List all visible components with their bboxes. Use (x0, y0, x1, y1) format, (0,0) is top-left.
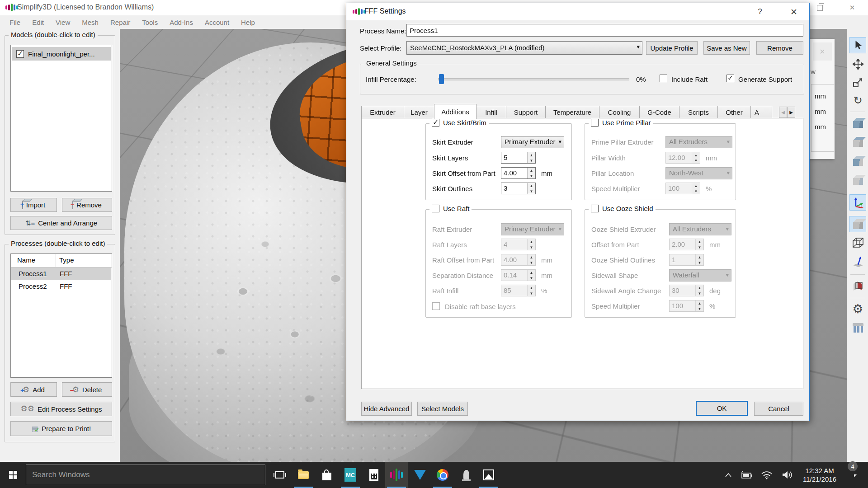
cancel-button[interactable]: Cancel (754, 402, 803, 416)
tab-gcode[interactable]: G-Code (639, 106, 679, 118)
menu-mesh[interactable]: Mesh (76, 19, 104, 26)
generate-support-checkbox[interactable] (726, 75, 734, 82)
tab-scroll-left-icon[interactable]: ◀ (779, 107, 787, 118)
taskbar-search[interactable]: Search Windows (26, 465, 265, 485)
calculator-icon (369, 469, 378, 481)
menu-account[interactable]: Account (199, 19, 235, 26)
tab-additions[interactable]: Additions (434, 104, 476, 119)
sidewall-angle-spinner: 30 (669, 285, 704, 296)
restore-window-icon[interactable] (812, 2, 827, 14)
tab-other[interactable]: Other (717, 106, 751, 118)
unit-label: mm (815, 108, 826, 115)
view-top-icon[interactable] (849, 134, 866, 150)
simplify3d-taskbar-button[interactable] (385, 462, 408, 488)
help-button[interactable]: ? (753, 6, 767, 18)
edit-process-settings-button[interactable]: ⚙⚙ Edit Process Settings (10, 402, 112, 416)
select-tool-icon[interactable] (849, 37, 866, 53)
menu-repair[interactable]: Repair (104, 19, 136, 26)
view-side-icon[interactable] (849, 153, 866, 169)
use-skirt-checkbox[interactable] (432, 119, 439, 127)
dialog-title: FFF Settings (364, 7, 406, 15)
close-window-icon[interactable]: ✕ (844, 2, 860, 14)
process-row[interactable]: Process2 FFF (11, 280, 111, 293)
tab-layer[interactable]: Layer (404, 106, 434, 118)
menu-tools[interactable]: Tools (136, 19, 164, 26)
center-and-arrange-button[interactable]: ⇅≡ Center and Arrange (10, 216, 112, 230)
use-raft-checkbox[interactable] (432, 205, 439, 212)
menu-edit[interactable]: Edit (26, 19, 50, 26)
skirt-offset-spinner[interactable]: 4.00 (501, 167, 536, 179)
menu-addins[interactable]: Add-Ins (164, 19, 199, 26)
menu-view[interactable]: View (50, 19, 76, 26)
view-iso-icon[interactable] (849, 172, 866, 188)
file-explorer-button[interactable] (292, 462, 315, 488)
remove-profile-button[interactable]: Remove (756, 41, 803, 55)
surface-normals-icon[interactable] (849, 254, 866, 270)
dialog-titlebar[interactable]: FFF Settings ? ✕ (346, 3, 809, 20)
infill-slider-track[interactable] (438, 78, 629, 80)
action-center-button[interactable]: 4 (842, 462, 864, 488)
windows-store-button[interactable] (316, 462, 338, 488)
tab-extruder[interactable]: Extruder (361, 106, 404, 118)
obscured-close-icon[interactable]: ✕ (813, 42, 832, 61)
tab-infill[interactable]: Infill (476, 106, 506, 118)
save-as-new-button[interactable]: Save as New (703, 41, 750, 55)
tab-support[interactable]: Support (506, 106, 546, 118)
tab-partial[interactable]: A (750, 106, 772, 118)
tab-cooling[interactable]: Cooling (599, 106, 640, 118)
battery-tray-button[interactable] (737, 462, 755, 488)
remove-button[interactable]: − Remove (62, 198, 112, 212)
rotate-tool-icon[interactable]: ↻ (849, 92, 866, 108)
photos-button[interactable] (477, 462, 500, 488)
machine-settings-gear-icon[interactable]: ⚙ (849, 301, 866, 317)
solid-view-icon[interactable] (849, 216, 866, 232)
taskbar-clock[interactable]: 12:32 AM 11/21/2016 (798, 462, 841, 488)
hide-advanced-button[interactable]: Hide Advanced (361, 402, 412, 416)
tab-scroll-right-icon[interactable]: ▶ (787, 107, 795, 118)
use-prime-pillar-checkbox[interactable] (591, 119, 599, 127)
task-view-button[interactable] (269, 462, 291, 488)
delete-process-button[interactable]: ⚙− Delete (62, 382, 112, 397)
ok-button[interactable]: OK (696, 401, 748, 416)
import-button[interactable]: + Import (10, 198, 57, 212)
infill-slider-handle[interactable] (439, 74, 444, 84)
tab-temperature[interactable]: Temperature (545, 106, 599, 118)
model-visible-checkbox[interactable] (16, 50, 24, 58)
view-front-icon[interactable] (849, 115, 866, 131)
prime-speed-multiplier-spinner: 100 (665, 183, 700, 194)
skirt-layers-spinner[interactable]: 5 (501, 152, 536, 164)
wifi-tray-button[interactable] (758, 462, 776, 488)
tray-expand-button[interactable] (722, 462, 735, 488)
wireframe-view-icon[interactable] (849, 235, 866, 251)
prepare-to-print-button[interactable]: ▤✓ Prepare to Print! (10, 421, 112, 436)
makerware-button[interactable]: MC (339, 462, 362, 488)
skirt-extruder-dropdown[interactable]: Primary Extruder (501, 136, 564, 148)
menu-file[interactable]: File (4, 19, 26, 26)
calculator-button[interactable] (363, 462, 385, 488)
dialog-close-icon[interactable]: ✕ (787, 6, 801, 18)
spinner-arrows-icon (527, 152, 535, 163)
coordinate-axes-icon[interactable] (849, 194, 866, 211)
process-row[interactable]: Process1 FFF (11, 267, 111, 280)
update-profile-button[interactable]: Update Profile (646, 41, 698, 55)
profile-dropdown[interactable]: SeeMeCNC_RostockMAXv3_PLA (modified) (406, 41, 642, 55)
tab-scroll-buttons: ◀ ▶ (779, 107, 795, 118)
add-process-button[interactable]: ⚙+ Add (10, 382, 57, 397)
support-structures-icon[interactable] (849, 320, 866, 336)
select-models-button[interactable]: Select Models (417, 402, 468, 416)
cura-button[interactable] (455, 462, 477, 488)
start-button[interactable] (0, 462, 26, 488)
move-tool-icon[interactable] (849, 56, 866, 72)
model-list-item[interactable]: Final_moonlight_per... (12, 47, 111, 61)
chrome-button[interactable] (431, 462, 454, 488)
volume-tray-button[interactable] (778, 462, 797, 488)
include-raft-checkbox[interactable] (660, 75, 667, 82)
cross-section-icon[interactable] (849, 277, 866, 294)
process-name-input[interactable] (406, 24, 803, 37)
menu-help[interactable]: Help (235, 19, 261, 26)
use-ooze-shield-checkbox[interactable] (591, 205, 599, 212)
tab-scripts[interactable]: Scripts (679, 106, 718, 118)
autodesk-app-button[interactable] (409, 462, 431, 488)
skirt-outlines-spinner[interactable]: 3 (501, 183, 536, 194)
scale-tool-icon[interactable] (849, 74, 866, 90)
